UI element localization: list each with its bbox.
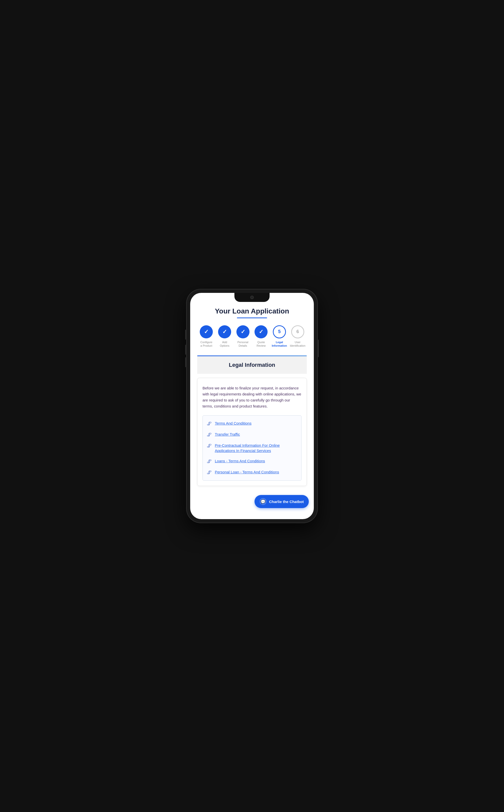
step-6: 6 UserIdentification <box>288 325 307 348</box>
phone-frame: Your Loan Application ✓ Configurea Produ… <box>187 289 317 523</box>
doc-item-1: 🖇 Terms And Conditions <box>207 421 297 427</box>
paperclip-icon-4: 🖇 <box>207 459 212 464</box>
step-circle-2: ✓ <box>218 325 231 338</box>
chat-icon: 💬 <box>260 498 267 505</box>
camera-dot <box>250 296 254 299</box>
chatbot-bar: 💬 Charlie the Chatbot <box>190 491 314 512</box>
check-icon-1: ✓ <box>204 328 209 335</box>
doc-link-3[interactable]: Pre-Contractual Information For Online A… <box>215 443 297 453</box>
step-3: ✓ PersonalDetails <box>234 325 252 348</box>
step-5: 5 LegalInformation <box>270 325 289 348</box>
doc-item-5: 🖇 Personal Loan - Terms And Conditions <box>207 469 297 476</box>
step-circle-6: 6 <box>291 325 304 338</box>
paperclip-icon-5: 🖇 <box>207 470 212 476</box>
chatbot-button[interactable]: 💬 Charlie the Chatbot <box>255 495 309 508</box>
section-header-title: Legal Information <box>201 362 303 368</box>
doc-item-2: 🖇 Transfer Traffic <box>207 432 297 438</box>
section-header: Legal Information <box>197 356 307 374</box>
step-number-6: 6 <box>296 329 299 334</box>
paperclip-icon-1: 🖇 <box>207 421 212 427</box>
steps-container: ✓ Configurea Product ✓ AddOptions ✓ P <box>197 325 307 348</box>
step-4: ✓ QuoteReview <box>252 325 270 348</box>
check-icon-2: ✓ <box>222 328 227 335</box>
links-card: 🖇 Terms And Conditions 🖇 Transfer Traffi… <box>203 415 301 481</box>
step-number-5: 5 <box>278 329 281 334</box>
phone-screen: Your Loan Application ✓ Configurea Produ… <box>190 293 314 519</box>
step-label-3: PersonalDetails <box>237 340 248 348</box>
step-circle-5: 5 <box>273 325 286 338</box>
screen-content: Your Loan Application ✓ Configurea Produ… <box>190 302 314 512</box>
paperclip-icon-3: 🖇 <box>207 443 212 449</box>
page-title: Your Loan Application <box>197 307 307 315</box>
step-circle-3: ✓ <box>236 325 249 338</box>
doc-link-1[interactable]: Terms And Conditions <box>215 421 251 426</box>
step-label-2: AddOptions <box>220 340 229 348</box>
doc-item-3: 🖇 Pre-Contractual Information For Online… <box>207 443 297 453</box>
doc-link-2[interactable]: Transfer Traffic <box>215 432 240 437</box>
doc-link-5[interactable]: Personal Loan - Terms And Conditions <box>215 469 279 475</box>
step-label-4: QuoteReview <box>257 340 266 348</box>
check-icon-4: ✓ <box>259 328 263 335</box>
step-circle-1: ✓ <box>200 325 213 338</box>
phone-notch <box>234 293 270 302</box>
doc-item-4: 🖇 Loans - Terms And Conditions <box>207 458 297 464</box>
chatbot-label: Charlie the Chatbot <box>269 500 304 504</box>
main-card: Before we are able to finalize your requ… <box>197 378 307 486</box>
step-1: ✓ Configurea Product <box>197 325 216 348</box>
step-label-6: UserIdentification <box>290 340 306 348</box>
doc-link-4[interactable]: Loans - Terms And Conditions <box>215 458 265 464</box>
step-2: ✓ AddOptions <box>216 325 234 348</box>
step-label-1: Configurea Product <box>200 340 212 348</box>
step-label-5: LegalInformation <box>272 340 287 348</box>
intro-text: Before we are able to finalize your requ… <box>203 385 301 409</box>
title-underline <box>237 317 267 318</box>
step-circle-4: ✓ <box>255 325 268 338</box>
paperclip-icon-2: 🖇 <box>207 432 212 438</box>
check-icon-3: ✓ <box>241 328 245 335</box>
